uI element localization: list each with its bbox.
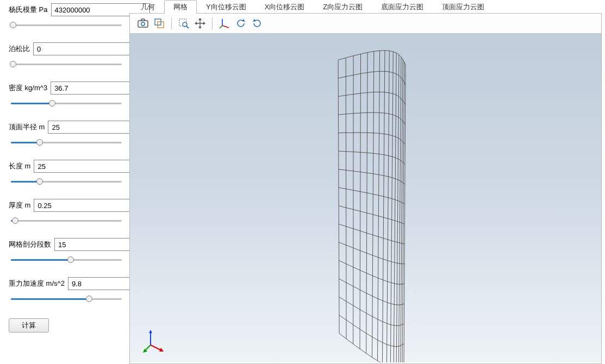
toolbar-separator xyxy=(171,17,172,29)
param-slider-length[interactable] xyxy=(9,176,124,187)
tab-geom[interactable]: 几何 xyxy=(132,0,164,14)
param-input-length[interactable] xyxy=(34,160,133,173)
main-area: 几何网格Y向位移云图X向位移云图Z向应力云图底面应力云图顶面应力云图 xyxy=(129,0,605,364)
rotate-cw-icon[interactable] xyxy=(250,16,265,30)
svg-point-1 xyxy=(141,22,145,26)
param-density: 密度 kg/m^3 xyxy=(9,81,124,109)
svg-marker-10 xyxy=(203,22,205,25)
param-slider-topr[interactable] xyxy=(9,137,124,148)
param-label-poisson: 泊松比 xyxy=(9,44,30,54)
axes-toggle-icon[interactable] xyxy=(217,16,232,30)
tab-dispX[interactable]: X向位移云图 xyxy=(255,0,314,14)
axis-triad-icon xyxy=(143,329,167,353)
param-length: 长度 m xyxy=(9,160,124,187)
zoom-region-icon[interactable] xyxy=(176,16,191,30)
tab-stressB[interactable]: 底面应力云图 xyxy=(372,0,433,14)
param-label-segs: 网格剖分段数 xyxy=(9,240,51,249)
svg-marker-8 xyxy=(198,27,202,29)
param-gravity: 重力加速度 m/s^2 xyxy=(9,277,124,304)
param-label-thick: 厚度 m xyxy=(9,200,30,210)
svg-line-6 xyxy=(186,26,189,28)
param-label-gravity: 重力加速度 m/s^2 xyxy=(9,279,65,288)
param-slider-thick[interactable] xyxy=(9,215,124,226)
tab-stressZ[interactable]: Z向应力云图 xyxy=(314,0,372,14)
svg-line-20 xyxy=(151,345,161,350)
param-slider-segs[interactable] xyxy=(9,254,124,265)
tab-bar: 几何网格Y向位移云图X向位移云图Z向应力云图底面应力云图顶面应力云图 xyxy=(129,0,602,13)
svg-marker-7 xyxy=(198,18,202,20)
param-slider-poisson[interactable] xyxy=(9,59,124,70)
param-label-density: 密度 kg/m^3 xyxy=(9,83,47,93)
svg-marker-17 xyxy=(149,330,152,333)
svg-rect-0 xyxy=(138,21,148,27)
param-topr: 顶面半径 m xyxy=(9,121,124,148)
mesh-wireframe xyxy=(338,51,406,362)
rotate-ccw-icon[interactable] xyxy=(233,16,248,30)
camera-icon[interactable] xyxy=(135,16,151,30)
tab-mesh[interactable]: 网格 xyxy=(164,0,197,14)
tab-stressT[interactable]: 顶面应力云图 xyxy=(433,0,494,14)
param-segs: 网格剖分段数 xyxy=(9,238,124,265)
pan-icon[interactable] xyxy=(192,16,208,30)
parameter-panel: 杨氏模量 Pa泊松比密度 kg/m^3顶面半径 m长度 m厚度 m网格剖分段数重… xyxy=(0,0,129,364)
param-poisson: 泊松比 xyxy=(9,42,124,70)
svg-line-13 xyxy=(222,26,229,28)
param-label-length: 长度 m xyxy=(9,161,30,171)
param-youngs: 杨氏模量 Pa xyxy=(9,3,124,30)
mesh-view xyxy=(130,33,601,362)
param-label-topr: 顶面半径 m xyxy=(9,122,45,132)
param-thick: 厚度 m xyxy=(9,199,124,226)
viewer-canvas[interactable] xyxy=(130,33,601,362)
param-slider-density[interactable] xyxy=(9,98,124,109)
viewer-panel xyxy=(129,13,602,364)
param-input-thick[interactable] xyxy=(34,199,133,212)
param-input-poisson[interactable] xyxy=(33,42,132,55)
param-slider-youngs[interactable] xyxy=(9,20,124,30)
tab-dispY[interactable]: Y向位移云图 xyxy=(197,0,255,14)
viewer-toolbar xyxy=(130,14,601,33)
compute-button[interactable]: 计算 xyxy=(9,318,49,332)
box-select-icon[interactable] xyxy=(152,16,167,30)
svg-line-12 xyxy=(220,26,222,28)
svg-marker-9 xyxy=(195,22,197,25)
param-label-youngs: 杨氏模量 Pa xyxy=(9,5,48,15)
param-slider-gravity[interactable] xyxy=(9,293,124,304)
toolbar-separator xyxy=(212,17,213,29)
